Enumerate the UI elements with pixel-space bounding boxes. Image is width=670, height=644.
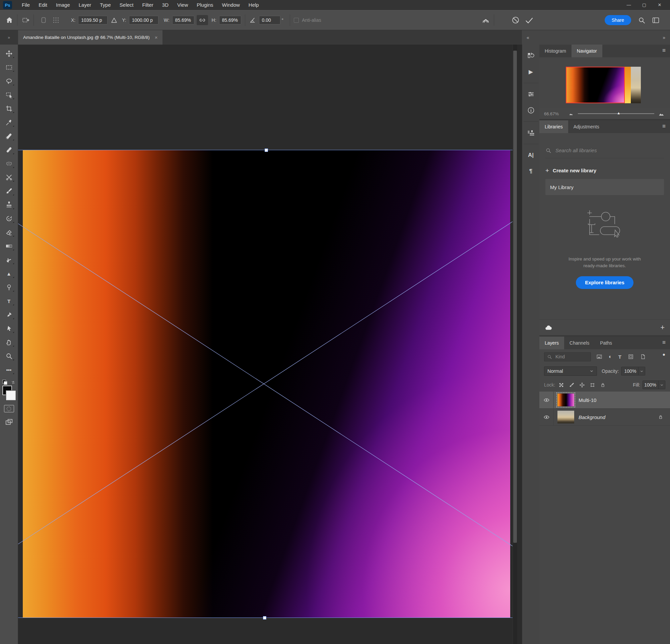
background-color-swatch[interactable] <box>6 391 16 400</box>
create-new-library-button[interactable]: + Create new library <box>545 167 664 174</box>
layer-visibility-toggle[interactable] <box>539 392 554 408</box>
smudge-tool[interactable] <box>3 255 15 265</box>
commit-transform-button[interactable] <box>525 16 534 25</box>
free-transform-button[interactable] <box>21 16 30 25</box>
dodge-tool[interactable] <box>3 282 15 292</box>
maximize-button[interactable]: ▢ <box>636 0 652 10</box>
eyedropper-tool[interactable] <box>3 117 15 127</box>
rotation-control[interactable] <box>249 16 256 24</box>
home-button[interactable] <box>5 16 13 24</box>
spot-healing-brush-tool[interactable] <box>3 131 15 141</box>
navigator-view-box[interactable] <box>566 67 625 103</box>
gradient-tool[interactable] <box>3 241 15 251</box>
zoom-in-icon[interactable] <box>658 110 665 117</box>
hand-tool[interactable] <box>3 337 15 347</box>
panel-menu-icon[interactable]: ≡ <box>658 337 670 349</box>
menu-item-window[interactable]: Window <box>217 0 244 10</box>
menu-item-edit[interactable]: Edit <box>34 0 52 10</box>
reference-point-locator[interactable] <box>52 16 60 25</box>
zoom-slider[interactable]: ▲ <box>578 111 654 116</box>
transform-handle-top[interactable] <box>265 148 268 152</box>
clone-stamp-tool[interactable] <box>3 200 15 210</box>
screen-mode-button[interactable] <box>5 418 13 426</box>
rotation-field[interactable] <box>259 16 280 25</box>
menu-item-type[interactable]: Type <box>95 0 115 10</box>
paragraph-panel-button[interactable]: ¶ <box>525 166 537 177</box>
width-field[interactable] <box>172 16 194 25</box>
x-position-field[interactable] <box>78 16 108 25</box>
menu-item-filter[interactable]: Filter <box>138 0 158 10</box>
layer-row-multi-10[interactable]: Multi-10 <box>539 392 670 409</box>
actions-panel-button[interactable]: ▶ <box>525 66 537 77</box>
character-panel-button[interactable]: A| <box>525 149 537 161</box>
fill-dropdown-button[interactable] <box>659 381 665 389</box>
lock-transparency-icon[interactable] <box>559 382 564 388</box>
crop-tool[interactable] <box>3 104 15 114</box>
eraser-tool[interactable] <box>3 227 15 237</box>
layer-thumbnail[interactable] <box>558 411 574 423</box>
document-tab[interactable]: Amandine Bataille on Unsplash.jpg @ 66.7… <box>18 30 162 44</box>
scrollbar-thumb[interactable] <box>513 51 517 543</box>
lock-all-icon[interactable] <box>600 382 606 388</box>
height-field[interactable] <box>219 16 241 25</box>
layer-filter-field[interactable] <box>544 352 591 362</box>
tab-adjustments[interactable]: Adjustments <box>568 120 605 133</box>
add-content-button[interactable]: + <box>660 324 665 331</box>
info-panel-button[interactable] <box>525 105 537 116</box>
rectangular-marquee-tool[interactable] <box>3 62 15 73</box>
brush-tool[interactable] <box>3 186 15 196</box>
maintain-aspect-ratio-button[interactable] <box>197 15 208 25</box>
panel-collapse-icon[interactable]: « <box>527 35 529 40</box>
history-panel-button[interactable] <box>525 50 537 61</box>
cancel-transform-button[interactable] <box>511 16 520 25</box>
close-button[interactable]: ✕ <box>652 0 667 10</box>
blur-tool[interactable]: ▲ <box>3 268 15 279</box>
zoom-tool[interactable] <box>3 351 15 361</box>
move-tool[interactable] <box>3 49 15 59</box>
filter-adjustment-layers-icon[interactable]: ◐ <box>609 354 612 359</box>
patch-tool[interactable] <box>3 159 15 169</box>
healing-brush-tool[interactable] <box>3 145 15 155</box>
tab-paths[interactable]: Paths <box>595 337 617 349</box>
menu-item-select[interactable]: Select <box>115 0 138 10</box>
panel-menu-icon[interactable]: ≡ <box>658 44 670 57</box>
pen-tool[interactable] <box>3 310 15 320</box>
layer-row-background[interactable]: Background <box>539 409 670 426</box>
search-button[interactable] <box>638 16 645 24</box>
layer-visibility-toggle[interactable] <box>539 409 554 425</box>
transform-handle-bottom[interactable] <box>263 616 266 619</box>
vertical-scrollbar[interactable] <box>512 44 517 644</box>
menu-item-plugins[interactable]: Plugins <box>192 0 217 10</box>
object-selection-tool[interactable] <box>3 90 15 100</box>
toggle-reference-point-button[interactable] <box>40 16 48 24</box>
workspace-switcher-button[interactable] <box>652 16 660 25</box>
cloud-sync-icon[interactable] <box>545 324 552 331</box>
tab-close-icon[interactable]: × <box>155 35 158 40</box>
zoom-slider-thumb[interactable]: ▲ <box>617 111 620 115</box>
document-image[interactable] <box>23 150 510 618</box>
layer-filter-input[interactable] <box>555 354 579 360</box>
explore-libraries-button[interactable]: Explore libraries <box>576 276 633 289</box>
zoom-out-icon[interactable] <box>569 111 574 116</box>
quick-mask-button[interactable] <box>4 405 14 412</box>
minimize-button[interactable]: — <box>621 0 636 10</box>
blend-mode-select[interactable]: Normal <box>544 366 597 376</box>
tab-libraries[interactable]: Libraries <box>539 120 568 133</box>
clone-source-panel-button[interactable] <box>525 127 537 139</box>
anti-alias-checkbox[interactable] <box>294 18 299 23</box>
menu-item-image[interactable]: Image <box>52 0 75 10</box>
lock-artboard-icon[interactable] <box>590 382 595 388</box>
toolbar-expand-control[interactable]: » <box>0 30 18 44</box>
properties-panel-button[interactable] <box>525 89 537 100</box>
relative-positioning-toggle[interactable] <box>110 17 118 24</box>
default-colors-icon[interactable] <box>2 380 8 385</box>
filter-shape-layers-icon[interactable] <box>628 354 634 360</box>
menu-item-3d[interactable]: 3D <box>158 0 173 10</box>
type-tool[interactable]: T <box>3 296 15 306</box>
filter-smart-objects-icon[interactable] <box>640 354 646 360</box>
libraries-search-input[interactable] <box>555 147 664 154</box>
menu-item-file[interactable]: File <box>17 0 34 10</box>
more-tool[interactable]: ••• <box>3 365 15 375</box>
library-list-item[interactable]: My Library <box>545 179 664 195</box>
opacity-value-box[interactable]: 100% <box>621 367 639 376</box>
